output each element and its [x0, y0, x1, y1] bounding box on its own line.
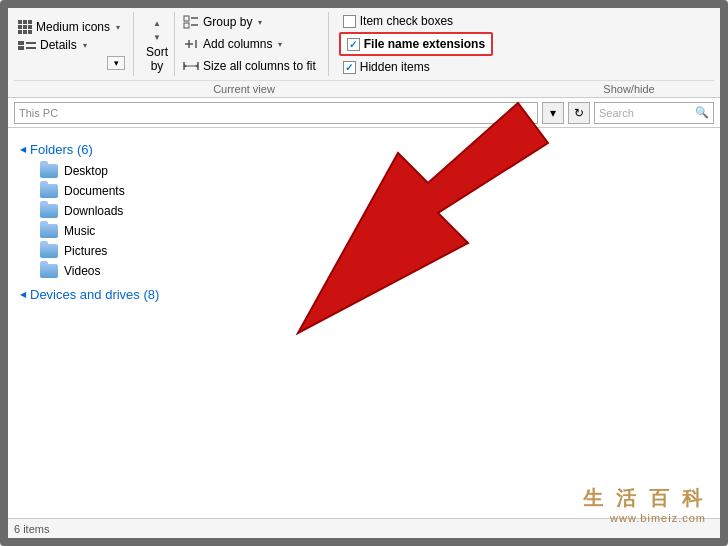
- list-item[interactable]: Downloads: [20, 201, 708, 221]
- size-all-columns-button[interactable]: Size all columns to fit: [179, 57, 320, 75]
- devices-header-label: Devices and drives (8): [30, 287, 159, 302]
- size-all-columns-label: Size all columns to fit: [203, 59, 316, 73]
- folder-icon: [40, 184, 58, 198]
- add-columns-dropdown-arrow[interactable]: ▾: [278, 40, 282, 49]
- groupby-button[interactable]: Group by ▾: [179, 13, 320, 31]
- file-item-name: Videos: [64, 264, 100, 278]
- groupby-dropdown-arrow[interactable]: ▾: [258, 18, 262, 27]
- file-item-name: Desktop: [64, 164, 108, 178]
- list-item[interactable]: Videos: [20, 261, 708, 281]
- details-dropdown-arrow[interactable]: ▾: [83, 41, 87, 50]
- list-item[interactable]: Desktop: [20, 161, 708, 181]
- folder-icon: [40, 204, 58, 218]
- add-columns-icon: [183, 37, 199, 51]
- status-bar: 6 items: [8, 518, 720, 538]
- middle-section: Sort by: [140, 12, 329, 76]
- folder-icon: [40, 224, 58, 238]
- add-columns-label: Add columns: [203, 37, 272, 51]
- groupby-icon: [183, 15, 199, 29]
- svg-rect-0: [184, 16, 189, 21]
- sort-by-label: by: [151, 59, 164, 73]
- folder-icon: [40, 264, 58, 278]
- folder-icon: [40, 164, 58, 178]
- groupby-label: Group by: [203, 15, 252, 29]
- details-button[interactable]: Details ▾: [14, 36, 125, 54]
- toolbar-labels: Current view Show/hide: [14, 80, 714, 97]
- list-item[interactable]: Documents: [20, 181, 708, 201]
- size-all-columns-icon: [183, 59, 199, 73]
- window-frame: Medium icons ▾ Details ▾ ▾: [0, 0, 728, 546]
- medium-icons-label: Medium icons: [36, 20, 110, 34]
- hidden-items-toggle[interactable]: Hidden items: [339, 58, 493, 76]
- address-refresh-button[interactable]: ↻: [568, 102, 590, 124]
- list-item[interactable]: Music: [20, 221, 708, 241]
- file-item-name: Music: [64, 224, 95, 238]
- file-item-name: Pictures: [64, 244, 107, 258]
- address-field[interactable]: This PC: [14, 102, 538, 124]
- file-item-name: Downloads: [64, 204, 123, 218]
- folders-header-label: Folders (6): [30, 142, 93, 157]
- toolbar: Medium icons ▾ Details ▾ ▾: [8, 8, 720, 98]
- address-path: This PC: [19, 107, 58, 119]
- current-view-label: Current view: [144, 83, 344, 95]
- search-icon: 🔍: [695, 106, 709, 119]
- folder-icon: [40, 244, 58, 258]
- svg-marker-10: [184, 64, 187, 68]
- commands-column: Group by ▾ Add columns ▾: [179, 12, 320, 76]
- right-section: Item check boxes File name extensions Hi…: [335, 12, 493, 76]
- search-box[interactable]: Search 🔍: [594, 102, 714, 124]
- status-text: 6 items: [14, 523, 49, 535]
- devices-section-header: ◀ Devices and drives (8): [20, 287, 708, 302]
- file-name-extensions-toggle[interactable]: File name extensions: [339, 32, 493, 56]
- file-item-name: Documents: [64, 184, 125, 198]
- sort-label: Sort: [146, 45, 168, 59]
- folders-section-header: ◀ Folders (6): [20, 142, 708, 157]
- list-item[interactable]: Pictures: [20, 241, 708, 261]
- hidden-items-checkbox[interactable]: [343, 61, 356, 74]
- file-name-extensions-label: File name extensions: [364, 37, 485, 51]
- svg-marker-11: [195, 64, 198, 68]
- item-checkboxes-toggle[interactable]: Item check boxes: [339, 12, 493, 30]
- item-checkboxes-checkbox[interactable]: [343, 15, 356, 28]
- folders-triangle-icon: ◀: [20, 145, 26, 154]
- sort-arrows-icon: [153, 15, 161, 43]
- view-expand-button[interactable]: ▾: [107, 56, 125, 70]
- view-section: Medium icons ▾ Details ▾ ▾: [14, 12, 134, 76]
- medium-icons-icon: [18, 20, 32, 34]
- show-hide-label: Show/hide: [554, 83, 714, 95]
- address-bar: This PC ▾ ↻ Search 🔍: [8, 98, 720, 128]
- medium-icons-button[interactable]: Medium icons ▾: [14, 18, 125, 36]
- file-name-extensions-checkbox[interactable]: [347, 38, 360, 51]
- content-area: ◀ Folders (6) Desktop Documents Download…: [8, 128, 720, 498]
- add-columns-button[interactable]: Add columns ▾: [179, 35, 320, 53]
- hidden-items-label: Hidden items: [360, 60, 430, 74]
- details-label: Details: [40, 38, 77, 52]
- svg-rect-1: [184, 23, 189, 28]
- sort-button[interactable]: Sort by: [140, 12, 175, 76]
- file-list: ◀ Folders (6) Desktop Documents Download…: [8, 128, 720, 498]
- item-checkboxes-label: Item check boxes: [360, 14, 453, 28]
- devices-triangle-icon: ◀: [20, 290, 26, 299]
- search-placeholder: Search: [599, 107, 634, 119]
- address-dropdown-button[interactable]: ▾: [542, 102, 564, 124]
- medium-icons-dropdown-arrow[interactable]: ▾: [116, 23, 120, 32]
- details-icon: [18, 41, 36, 50]
